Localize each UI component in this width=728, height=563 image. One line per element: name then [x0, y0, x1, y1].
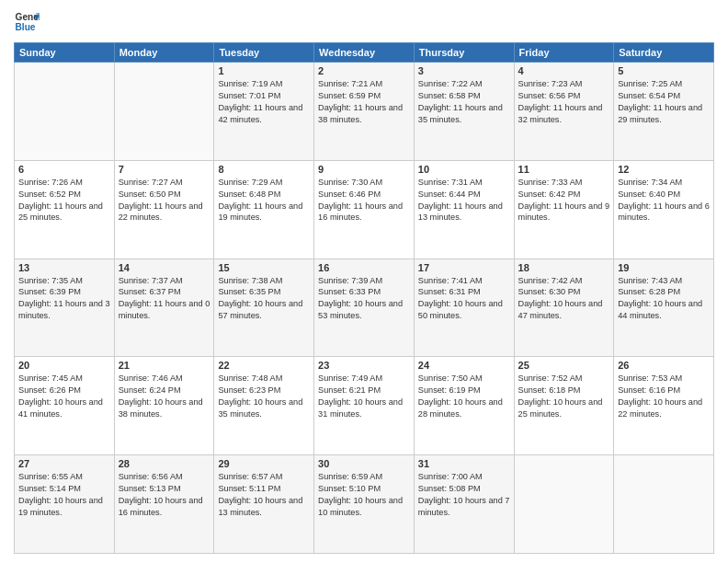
calendar-cell: 17Sunrise: 7:41 AM Sunset: 6:31 PM Dayli…	[414, 259, 514, 357]
calendar-cell: 7Sunrise: 7:27 AM Sunset: 6:50 PM Daylig…	[114, 160, 214, 259]
day-info: Sunrise: 7:38 AM Sunset: 6:35 PM Dayligh…	[218, 275, 310, 323]
day-number: 1	[218, 65, 310, 76]
calendar-week-row: 1Sunrise: 7:19 AM Sunset: 7:01 PM Daylig…	[15, 63, 714, 161]
calendar-day-header: Tuesday	[214, 43, 314, 63]
calendar-cell	[114, 63, 214, 161]
calendar-cell: 9Sunrise: 7:30 AM Sunset: 6:46 PM Daylig…	[314, 160, 415, 259]
calendar-cell: 23Sunrise: 7:49 AM Sunset: 6:21 PM Dayli…	[314, 357, 415, 455]
calendar-week-row: 13Sunrise: 7:35 AM Sunset: 6:39 PM Dayli…	[15, 259, 714, 357]
day-number: 21	[119, 360, 210, 371]
day-info: Sunrise: 6:57 AM Sunset: 5:11 PM Dayligh…	[218, 471, 310, 519]
day-number: 7	[119, 164, 210, 175]
calendar-cell: 18Sunrise: 7:42 AM Sunset: 6:30 PM Dayli…	[514, 259, 614, 357]
day-info: Sunrise: 7:23 AM Sunset: 6:56 PM Dayligh…	[518, 78, 610, 126]
calendar-week-row: 6Sunrise: 7:26 AM Sunset: 6:52 PM Daylig…	[15, 160, 714, 259]
calendar-day-header: Thursday	[414, 43, 514, 63]
day-info: Sunrise: 7:25 AM Sunset: 6:54 PM Dayligh…	[618, 78, 710, 126]
calendar-cell: 16Sunrise: 7:39 AM Sunset: 6:33 PM Dayli…	[314, 259, 415, 357]
day-number: 18	[518, 262, 610, 273]
day-info: Sunrise: 7:52 AM Sunset: 6:18 PM Dayligh…	[518, 373, 610, 420]
day-number: 17	[418, 262, 510, 273]
day-info: Sunrise: 7:27 AM Sunset: 6:50 PM Dayligh…	[119, 177, 210, 224]
day-number: 10	[418, 164, 510, 175]
calendar-cell: 19Sunrise: 7:43 AM Sunset: 6:28 PM Dayli…	[614, 259, 714, 357]
calendar-cell: 4Sunrise: 7:23 AM Sunset: 6:56 PM Daylig…	[514, 63, 614, 161]
day-number: 25	[518, 360, 610, 371]
day-info: Sunrise: 7:50 AM Sunset: 6:19 PM Dayligh…	[418, 373, 510, 420]
day-number: 16	[318, 262, 410, 273]
day-info: Sunrise: 7:30 AM Sunset: 6:46 PM Dayligh…	[318, 177, 410, 224]
day-number: 15	[218, 262, 310, 273]
logo: General Blue	[14, 9, 40, 35]
day-info: Sunrise: 7:22 AM Sunset: 6:58 PM Dayligh…	[418, 78, 510, 126]
calendar-week-row: 27Sunrise: 6:55 AM Sunset: 5:14 PM Dayli…	[15, 455, 714, 554]
day-number: 28	[119, 458, 210, 469]
day-number: 30	[318, 458, 410, 469]
day-number: 29	[218, 458, 310, 469]
calendar-table: SundayMondayTuesdayWednesdayThursdayFrid…	[14, 42, 714, 554]
calendar-day-header: Sunday	[15, 43, 115, 63]
calendar-cell: 14Sunrise: 7:37 AM Sunset: 6:37 PM Dayli…	[114, 259, 214, 357]
day-number: 27	[18, 458, 110, 469]
day-info: Sunrise: 7:46 AM Sunset: 6:24 PM Dayligh…	[119, 373, 210, 420]
day-info: Sunrise: 6:59 AM Sunset: 5:10 PM Dayligh…	[318, 471, 410, 519]
calendar-cell: 24Sunrise: 7:50 AM Sunset: 6:19 PM Dayli…	[414, 357, 514, 455]
day-number: 4	[518, 65, 610, 76]
calendar-week-row: 20Sunrise: 7:45 AM Sunset: 6:26 PM Dayli…	[15, 357, 714, 455]
calendar-day-header: Saturday	[614, 43, 714, 63]
calendar-cell	[514, 455, 614, 554]
calendar-day-header: Monday	[114, 43, 214, 63]
calendar-cell	[614, 455, 714, 554]
day-info: Sunrise: 7:35 AM Sunset: 6:39 PM Dayligh…	[18, 275, 110, 323]
calendar-cell: 20Sunrise: 7:45 AM Sunset: 6:26 PM Dayli…	[15, 357, 115, 455]
calendar-cell: 6Sunrise: 7:26 AM Sunset: 6:52 PM Daylig…	[15, 160, 115, 259]
calendar-cell: 13Sunrise: 7:35 AM Sunset: 6:39 PM Dayli…	[15, 259, 115, 357]
day-number: 5	[618, 65, 710, 76]
calendar-header-row: SundayMondayTuesdayWednesdayThursdayFrid…	[15, 43, 714, 63]
day-info: Sunrise: 7:33 AM Sunset: 6:42 PM Dayligh…	[518, 177, 610, 224]
day-info: Sunrise: 7:19 AM Sunset: 7:01 PM Dayligh…	[218, 78, 310, 126]
day-number: 23	[318, 360, 410, 371]
calendar-cell	[15, 63, 115, 161]
day-number: 9	[318, 164, 410, 175]
day-number: 11	[518, 164, 610, 175]
day-number: 13	[18, 262, 110, 273]
calendar-cell: 5Sunrise: 7:25 AM Sunset: 6:54 PM Daylig…	[614, 63, 714, 161]
calendar-cell: 31Sunrise: 7:00 AM Sunset: 5:08 PM Dayli…	[414, 455, 514, 554]
day-info: Sunrise: 7:49 AM Sunset: 6:21 PM Dayligh…	[318, 373, 410, 420]
day-number: 20	[18, 360, 110, 371]
calendar-cell: 27Sunrise: 6:55 AM Sunset: 5:14 PM Dayli…	[15, 455, 115, 554]
day-number: 26	[618, 360, 710, 371]
day-info: Sunrise: 7:41 AM Sunset: 6:31 PM Dayligh…	[418, 275, 510, 323]
day-number: 6	[18, 164, 110, 175]
logo-icon: General Blue	[14, 9, 40, 35]
day-number: 12	[618, 164, 710, 175]
day-number: 31	[418, 458, 510, 469]
svg-text:Blue: Blue	[16, 22, 36, 32]
day-info: Sunrise: 7:48 AM Sunset: 6:23 PM Dayligh…	[218, 373, 310, 420]
calendar-day-header: Friday	[514, 43, 614, 63]
calendar-cell: 22Sunrise: 7:48 AM Sunset: 6:23 PM Dayli…	[214, 357, 314, 455]
calendar-cell: 29Sunrise: 6:57 AM Sunset: 5:11 PM Dayli…	[214, 455, 314, 554]
day-info: Sunrise: 7:39 AM Sunset: 6:33 PM Dayligh…	[318, 275, 410, 323]
day-number: 8	[218, 164, 310, 175]
calendar-cell: 3Sunrise: 7:22 AM Sunset: 6:58 PM Daylig…	[414, 63, 514, 161]
day-info: Sunrise: 6:56 AM Sunset: 5:13 PM Dayligh…	[119, 471, 210, 519]
day-number: 22	[218, 360, 310, 371]
calendar-cell: 12Sunrise: 7:34 AM Sunset: 6:40 PM Dayli…	[614, 160, 714, 259]
day-info: Sunrise: 7:45 AM Sunset: 6:26 PM Dayligh…	[18, 373, 110, 420]
calendar-cell: 10Sunrise: 7:31 AM Sunset: 6:44 PM Dayli…	[414, 160, 514, 259]
calendar-cell: 2Sunrise: 7:21 AM Sunset: 6:59 PM Daylig…	[314, 63, 415, 161]
day-info: Sunrise: 7:31 AM Sunset: 6:44 PM Dayligh…	[418, 177, 510, 224]
day-info: Sunrise: 7:00 AM Sunset: 5:08 PM Dayligh…	[418, 471, 510, 519]
calendar-cell: 8Sunrise: 7:29 AM Sunset: 6:48 PM Daylig…	[214, 160, 314, 259]
day-number: 19	[618, 262, 710, 273]
day-info: Sunrise: 7:34 AM Sunset: 6:40 PM Dayligh…	[618, 177, 710, 224]
day-info: Sunrise: 6:55 AM Sunset: 5:14 PM Dayligh…	[18, 471, 110, 519]
header: General Blue	[14, 9, 714, 35]
day-number: 2	[318, 65, 410, 76]
calendar-cell: 11Sunrise: 7:33 AM Sunset: 6:42 PM Dayli…	[514, 160, 614, 259]
calendar-cell: 25Sunrise: 7:52 AM Sunset: 6:18 PM Dayli…	[514, 357, 614, 455]
day-info: Sunrise: 7:29 AM Sunset: 6:48 PM Dayligh…	[218, 177, 310, 224]
calendar-cell: 28Sunrise: 6:56 AM Sunset: 5:13 PM Dayli…	[114, 455, 214, 554]
